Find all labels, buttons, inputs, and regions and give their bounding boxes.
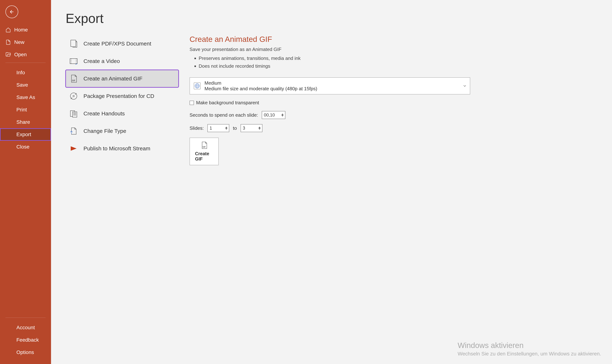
spinner-up-icon[interactable] xyxy=(258,127,261,128)
slides-label: Slides: xyxy=(190,125,204,131)
export-option-change-file-type[interactable]: Change File Type xyxy=(66,122,179,140)
bullet-item: Does not include recorded timings xyxy=(199,62,470,70)
nav-label: Export xyxy=(16,131,31,137)
activation-title: Windows aktivieren xyxy=(458,341,601,350)
divider xyxy=(5,63,46,63)
dropdown-arrow-icon xyxy=(463,85,466,87)
nav-label: Share xyxy=(16,119,30,125)
svg-rect-10 xyxy=(71,40,76,47)
details-bullets: Preserves animations, transitions, media… xyxy=(199,54,470,70)
svg-point-16 xyxy=(73,95,74,97)
svg-text:GIF: GIF xyxy=(72,79,75,81)
svg-rect-11 xyxy=(70,59,77,64)
backstage-sidebar: Home New Open Info Save Save As Print Sh… xyxy=(0,0,51,364)
nav-save[interactable]: Save xyxy=(0,79,51,91)
folder-open-icon xyxy=(5,52,11,57)
option-label: Publish to Microsoft Stream xyxy=(83,145,150,152)
nav-label: Options xyxy=(16,350,34,355)
divider xyxy=(5,318,46,318)
gif-file-icon: GIF xyxy=(200,141,208,149)
cd-package-icon xyxy=(69,92,78,101)
document-icon xyxy=(5,39,11,45)
activation-subtitle: Wechseln Sie zu den Einstellungen, um Wi… xyxy=(458,351,601,357)
seconds-per-slide-input[interactable]: 00,10 xyxy=(262,111,285,119)
transparent-checkbox[interactable] xyxy=(190,101,194,105)
back-arrow-icon xyxy=(9,9,14,14)
gif-icon: GIF xyxy=(69,74,78,83)
spinner-down-icon[interactable] xyxy=(258,128,261,130)
svg-rect-18 xyxy=(72,112,77,117)
export-option-video[interactable]: Create a Video xyxy=(66,52,179,70)
option-label: Create Handouts xyxy=(83,110,125,117)
nav-label: Home xyxy=(14,27,28,33)
nav-label: Save As xyxy=(16,94,35,100)
option-label: Create an Animated GIF xyxy=(83,76,142,82)
nav-close[interactable]: Close xyxy=(0,141,51,153)
export-option-animated-gif[interactable]: GIF Create an Animated GIF xyxy=(66,70,179,87)
stream-icon xyxy=(69,144,78,153)
nav-options[interactable]: Options xyxy=(0,346,51,359)
export-option-publish-stream[interactable]: Publish to Microsoft Stream xyxy=(66,140,179,157)
export-details-panel: Create an Animated GIF Save your present… xyxy=(190,35,470,165)
bullet-item: Preserves animations, transitions, media… xyxy=(199,54,470,62)
option-label: Create a Video xyxy=(83,58,120,64)
quality-description: Medium file size and moderate quality (4… xyxy=(205,86,466,91)
globe-icon xyxy=(194,82,201,90)
slides-to-input[interactable]: 3 xyxy=(241,124,263,132)
create-button-label: Create GIF xyxy=(195,151,213,162)
quality-title: Medium xyxy=(205,80,466,86)
slides-to-label: to xyxy=(233,125,237,131)
pdf-icon xyxy=(69,39,78,48)
option-label: Create PDF/XPS Document xyxy=(83,40,151,47)
spinner-down-icon[interactable] xyxy=(281,115,284,117)
main-content: Export Create PDF/XPS Document Create a … xyxy=(51,0,612,364)
nav-label: Info xyxy=(16,70,25,76)
nav-home[interactable]: Home xyxy=(0,24,51,36)
windows-activation-watermark: Windows aktivieren Wechseln Sie zu den E… xyxy=(458,341,601,357)
nav-label: Account xyxy=(16,325,35,330)
spinner-up-icon[interactable] xyxy=(281,114,284,115)
home-icon xyxy=(5,27,11,33)
nav-label: Feedback xyxy=(16,337,39,343)
page-title: Export xyxy=(66,11,612,26)
slides-from-input[interactable]: 1 xyxy=(208,124,229,132)
seconds-label: Seconds to spend on each slide: xyxy=(190,112,258,118)
file-type-icon xyxy=(69,127,78,135)
export-option-pdf-xps[interactable]: Create PDF/XPS Document xyxy=(66,35,179,52)
back-button[interactable] xyxy=(5,5,18,18)
nav-new[interactable]: New xyxy=(0,36,51,48)
nav-label: Save xyxy=(16,82,28,88)
nav-label: New xyxy=(14,39,24,45)
nav-print[interactable]: Print xyxy=(0,104,51,116)
details-subtitle: Save your presentation as an Animated GI… xyxy=(190,47,470,52)
nav-open[interactable]: Open xyxy=(0,48,51,61)
nav-save-as[interactable]: Save As xyxy=(0,91,51,104)
option-label: Change File Type xyxy=(83,128,126,134)
nav-label: Open xyxy=(14,52,27,57)
export-option-package-cd[interactable]: Package Presentation for CD xyxy=(66,87,179,105)
nav-share[interactable]: Share xyxy=(0,116,51,128)
create-gif-button[interactable]: GIF Create GIF xyxy=(190,138,219,165)
spinner-up-icon[interactable] xyxy=(225,127,227,128)
spinner-down-icon[interactable] xyxy=(225,128,227,130)
transparent-checkbox-row[interactable]: Make background transparent xyxy=(190,100,470,105)
nav-info[interactable]: Info xyxy=(0,66,51,79)
quality-dropdown[interactable]: Medium Medium file size and moderate qua… xyxy=(190,77,470,94)
export-option-handouts[interactable]: Create Handouts xyxy=(66,105,179,122)
checkbox-label: Make background transparent xyxy=(196,100,259,105)
video-icon xyxy=(69,57,78,65)
nav-export[interactable]: Export xyxy=(0,128,51,141)
svg-text:GIF: GIF xyxy=(203,146,206,148)
nav-feedback[interactable]: Feedback xyxy=(0,334,51,346)
details-title: Create an Animated GIF xyxy=(190,35,470,44)
nav-label: Print xyxy=(16,107,27,113)
export-options-list: Create PDF/XPS Document Create a Video G… xyxy=(66,35,179,165)
option-label: Package Presentation for CD xyxy=(83,93,154,99)
nav-account[interactable]: Account xyxy=(0,321,51,334)
handouts-icon xyxy=(69,109,78,118)
nav-label: Close xyxy=(16,144,29,150)
